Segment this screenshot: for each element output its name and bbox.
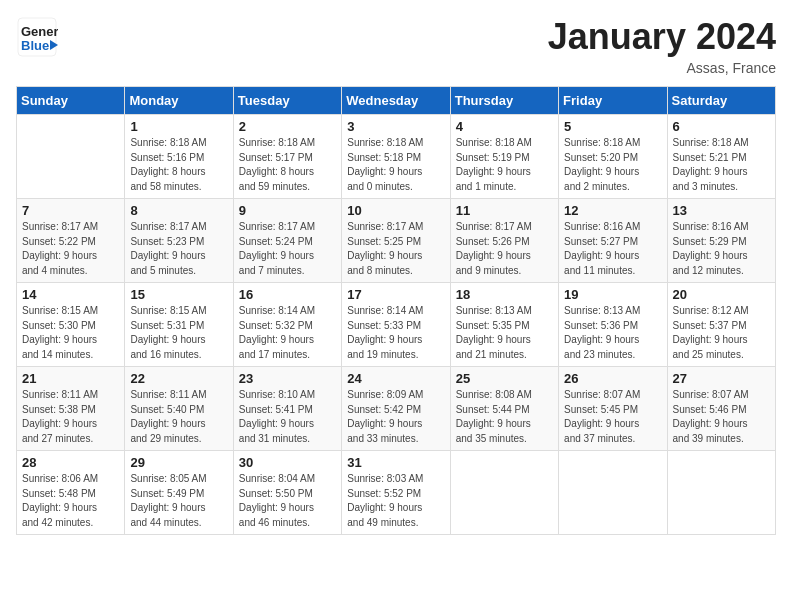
page-header: General Blue January 2024 Assas, France	[16, 16, 776, 76]
day-info: Sunrise: 8:13 AMSunset: 5:35 PMDaylight:…	[456, 304, 553, 362]
day-number: 1	[130, 119, 227, 134]
weekday-tuesday: Tuesday	[233, 87, 341, 115]
day-info: Sunrise: 8:11 AMSunset: 5:40 PMDaylight:…	[130, 388, 227, 446]
day-info: Sunrise: 8:07 AMSunset: 5:45 PMDaylight:…	[564, 388, 661, 446]
day-info: Sunrise: 8:16 AMSunset: 5:27 PMDaylight:…	[564, 220, 661, 278]
calendar-week-2: 7Sunrise: 8:17 AMSunset: 5:22 PMDaylight…	[17, 199, 776, 283]
calendar-day-11: 11Sunrise: 8:17 AMSunset: 5:26 PMDayligh…	[450, 199, 558, 283]
calendar-day-14: 14Sunrise: 8:15 AMSunset: 5:30 PMDayligh…	[17, 283, 125, 367]
calendar-day-17: 17Sunrise: 8:14 AMSunset: 5:33 PMDayligh…	[342, 283, 450, 367]
day-info: Sunrise: 8:04 AMSunset: 5:50 PMDaylight:…	[239, 472, 336, 530]
day-info: Sunrise: 8:17 AMSunset: 5:23 PMDaylight:…	[130, 220, 227, 278]
svg-text:General: General	[21, 24, 58, 39]
day-info: Sunrise: 8:09 AMSunset: 5:42 PMDaylight:…	[347, 388, 444, 446]
weekday-header-row: SundayMondayTuesdayWednesdayThursdayFrid…	[17, 87, 776, 115]
day-number: 26	[564, 371, 661, 386]
calendar-day-12: 12Sunrise: 8:16 AMSunset: 5:27 PMDayligh…	[559, 199, 667, 283]
logo-icon: General Blue	[16, 16, 58, 58]
day-number: 19	[564, 287, 661, 302]
calendar-week-3: 14Sunrise: 8:15 AMSunset: 5:30 PMDayligh…	[17, 283, 776, 367]
day-info: Sunrise: 8:18 AMSunset: 5:17 PMDaylight:…	[239, 136, 336, 194]
calendar-day-empty	[450, 451, 558, 535]
calendar-day-28: 28Sunrise: 8:06 AMSunset: 5:48 PMDayligh…	[17, 451, 125, 535]
day-info: Sunrise: 8:16 AMSunset: 5:29 PMDaylight:…	[673, 220, 770, 278]
weekday-saturday: Saturday	[667, 87, 775, 115]
calendar-day-16: 16Sunrise: 8:14 AMSunset: 5:32 PMDayligh…	[233, 283, 341, 367]
day-number: 3	[347, 119, 444, 134]
weekday-monday: Monday	[125, 87, 233, 115]
day-number: 14	[22, 287, 119, 302]
svg-text:Blue: Blue	[21, 38, 49, 53]
calendar-day-30: 30Sunrise: 8:04 AMSunset: 5:50 PMDayligh…	[233, 451, 341, 535]
calendar-day-21: 21Sunrise: 8:11 AMSunset: 5:38 PMDayligh…	[17, 367, 125, 451]
calendar-week-1: 1Sunrise: 8:18 AMSunset: 5:16 PMDaylight…	[17, 115, 776, 199]
calendar-day-26: 26Sunrise: 8:07 AMSunset: 5:45 PMDayligh…	[559, 367, 667, 451]
day-info: Sunrise: 8:17 AMSunset: 5:26 PMDaylight:…	[456, 220, 553, 278]
day-number: 23	[239, 371, 336, 386]
day-number: 5	[564, 119, 661, 134]
calendar-day-13: 13Sunrise: 8:16 AMSunset: 5:29 PMDayligh…	[667, 199, 775, 283]
month-title: January 2024	[548, 16, 776, 58]
calendar-day-empty	[559, 451, 667, 535]
day-number: 9	[239, 203, 336, 218]
day-info: Sunrise: 8:17 AMSunset: 5:25 PMDaylight:…	[347, 220, 444, 278]
day-info: Sunrise: 8:13 AMSunset: 5:36 PMDaylight:…	[564, 304, 661, 362]
day-info: Sunrise: 8:18 AMSunset: 5:21 PMDaylight:…	[673, 136, 770, 194]
weekday-thursday: Thursday	[450, 87, 558, 115]
day-number: 13	[673, 203, 770, 218]
day-number: 31	[347, 455, 444, 470]
calendar-day-empty	[17, 115, 125, 199]
day-number: 7	[22, 203, 119, 218]
logo: General Blue	[16, 16, 58, 58]
calendar-day-9: 9Sunrise: 8:17 AMSunset: 5:24 PMDaylight…	[233, 199, 341, 283]
calendar-week-5: 28Sunrise: 8:06 AMSunset: 5:48 PMDayligh…	[17, 451, 776, 535]
calendar-day-6: 6Sunrise: 8:18 AMSunset: 5:21 PMDaylight…	[667, 115, 775, 199]
weekday-sunday: Sunday	[17, 87, 125, 115]
day-info: Sunrise: 8:11 AMSunset: 5:38 PMDaylight:…	[22, 388, 119, 446]
calendar-day-19: 19Sunrise: 8:13 AMSunset: 5:36 PMDayligh…	[559, 283, 667, 367]
weekday-wednesday: Wednesday	[342, 87, 450, 115]
calendar-day-2: 2Sunrise: 8:18 AMSunset: 5:17 PMDaylight…	[233, 115, 341, 199]
calendar-day-10: 10Sunrise: 8:17 AMSunset: 5:25 PMDayligh…	[342, 199, 450, 283]
calendar-day-7: 7Sunrise: 8:17 AMSunset: 5:22 PMDaylight…	[17, 199, 125, 283]
day-number: 24	[347, 371, 444, 386]
day-info: Sunrise: 8:15 AMSunset: 5:31 PMDaylight:…	[130, 304, 227, 362]
day-number: 18	[456, 287, 553, 302]
day-number: 16	[239, 287, 336, 302]
day-info: Sunrise: 8:12 AMSunset: 5:37 PMDaylight:…	[673, 304, 770, 362]
day-info: Sunrise: 8:18 AMSunset: 5:16 PMDaylight:…	[130, 136, 227, 194]
day-number: 20	[673, 287, 770, 302]
calendar-day-25: 25Sunrise: 8:08 AMSunset: 5:44 PMDayligh…	[450, 367, 558, 451]
calendar-day-23: 23Sunrise: 8:10 AMSunset: 5:41 PMDayligh…	[233, 367, 341, 451]
calendar-day-4: 4Sunrise: 8:18 AMSunset: 5:19 PMDaylight…	[450, 115, 558, 199]
calendar-week-4: 21Sunrise: 8:11 AMSunset: 5:38 PMDayligh…	[17, 367, 776, 451]
day-info: Sunrise: 8:08 AMSunset: 5:44 PMDaylight:…	[456, 388, 553, 446]
title-block: January 2024 Assas, France	[548, 16, 776, 76]
day-number: 10	[347, 203, 444, 218]
day-info: Sunrise: 8:17 AMSunset: 5:24 PMDaylight:…	[239, 220, 336, 278]
day-info: Sunrise: 8:17 AMSunset: 5:22 PMDaylight:…	[22, 220, 119, 278]
day-info: Sunrise: 8:15 AMSunset: 5:30 PMDaylight:…	[22, 304, 119, 362]
day-number: 6	[673, 119, 770, 134]
day-info: Sunrise: 8:06 AMSunset: 5:48 PMDaylight:…	[22, 472, 119, 530]
calendar-day-31: 31Sunrise: 8:03 AMSunset: 5:52 PMDayligh…	[342, 451, 450, 535]
day-info: Sunrise: 8:18 AMSunset: 5:19 PMDaylight:…	[456, 136, 553, 194]
day-info: Sunrise: 8:18 AMSunset: 5:18 PMDaylight:…	[347, 136, 444, 194]
day-info: Sunrise: 8:03 AMSunset: 5:52 PMDaylight:…	[347, 472, 444, 530]
calendar-table: SundayMondayTuesdayWednesdayThursdayFrid…	[16, 86, 776, 535]
day-info: Sunrise: 8:18 AMSunset: 5:20 PMDaylight:…	[564, 136, 661, 194]
day-number: 25	[456, 371, 553, 386]
day-info: Sunrise: 8:14 AMSunset: 5:32 PMDaylight:…	[239, 304, 336, 362]
day-number: 8	[130, 203, 227, 218]
calendar-day-22: 22Sunrise: 8:11 AMSunset: 5:40 PMDayligh…	[125, 367, 233, 451]
day-number: 4	[456, 119, 553, 134]
calendar-day-1: 1Sunrise: 8:18 AMSunset: 5:16 PMDaylight…	[125, 115, 233, 199]
location: Assas, France	[548, 60, 776, 76]
day-number: 11	[456, 203, 553, 218]
day-number: 2	[239, 119, 336, 134]
calendar-day-27: 27Sunrise: 8:07 AMSunset: 5:46 PMDayligh…	[667, 367, 775, 451]
day-number: 30	[239, 455, 336, 470]
day-number: 12	[564, 203, 661, 218]
weekday-friday: Friday	[559, 87, 667, 115]
day-number: 29	[130, 455, 227, 470]
